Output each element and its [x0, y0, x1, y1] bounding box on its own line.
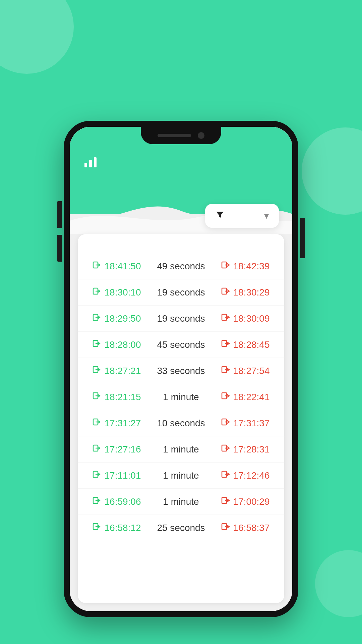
logout-icon-6 — [221, 418, 230, 429]
cell-offline-0: 18:42:39 — [213, 261, 278, 272]
table-row: 18:30:10 19 seconds 18:30:29 — [78, 279, 284, 306]
bg-decoration-circle-bottom — [315, 550, 362, 617]
cell-offline-4: 18:27:54 — [213, 365, 278, 376]
data-table: 18:41:50 49 seconds 18:42:39 18 — [78, 234, 284, 603]
login-icon-2 — [93, 313, 101, 324]
cell-time-4: 33 seconds — [149, 366, 213, 376]
login-icon-1 — [93, 287, 101, 298]
cell-time-1: 19 seconds — [149, 287, 213, 298]
login-icon-10 — [93, 522, 101, 533]
cell-offline-2: 18:30:09 — [213, 313, 278, 324]
filter-chevron-icon: ▾ — [264, 210, 269, 221]
login-icon-8 — [93, 470, 101, 481]
cell-time-7: 1 minute — [149, 444, 213, 455]
online-time-3: 18:28:00 — [105, 339, 141, 350]
login-icon-9 — [93, 496, 101, 507]
online-time-0: 18:41:50 — [105, 261, 141, 272]
bg-decoration-circle-right — [302, 127, 362, 215]
cell-online-4: 18:27:21 — [84, 365, 149, 376]
cell-online-5: 18:21:15 — [84, 391, 149, 402]
phone-volume-button-1 — [57, 201, 62, 228]
phone-power-button — [300, 218, 305, 258]
offline-time-6: 17:31:37 — [233, 418, 270, 429]
cell-time-0: 49 seconds — [149, 261, 213, 272]
cell-time-8: 1 minute — [149, 470, 213, 481]
cell-offline-7: 17:28:31 — [213, 444, 278, 455]
cell-online-6: 17:31:27 — [84, 418, 149, 429]
phone-notch — [141, 127, 221, 144]
cell-time-6: 10 seconds — [149, 418, 213, 429]
online-time-2: 18:29:50 — [105, 313, 141, 324]
offline-time-8: 17:12:46 — [233, 470, 270, 481]
table-row: 18:28:00 45 seconds 18:28:45 — [78, 332, 284, 358]
logout-icon-1 — [221, 287, 230, 298]
cell-offline-6: 17:31:37 — [213, 418, 278, 429]
logout-icon-3 — [221, 339, 230, 350]
filter-dropdown[interactable]: ▾ — [205, 204, 279, 228]
login-icon-0 — [93, 261, 101, 272]
cell-online-2: 18:29:50 — [84, 313, 149, 324]
table-row: 18:29:50 19 seconds 18:30:09 — [78, 306, 284, 332]
logout-icon-9 — [221, 496, 230, 507]
cell-time-10: 25 seconds — [149, 523, 213, 533]
table-body: 18:41:50 49 seconds 18:42:39 18 — [78, 253, 284, 541]
table-row: 16:59:06 1 minute 17:00:29 — [78, 489, 284, 515]
svg-rect-2 — [94, 157, 97, 167]
table-header-row — [78, 234, 284, 253]
logout-icon-7 — [221, 444, 230, 455]
online-time-7: 17:27:16 — [105, 444, 141, 455]
cell-time-5: 1 minute — [149, 392, 213, 402]
table-row: 17:11:01 1 minute 17:12:46 — [78, 463, 284, 489]
cell-offline-8: 17:12:46 — [213, 470, 278, 481]
cell-online-8: 17:11:01 — [84, 470, 149, 481]
login-icon-3 — [93, 339, 101, 350]
cell-time-2: 19 seconds — [149, 313, 213, 324]
offline-time-4: 18:27:54 — [233, 366, 270, 376]
table-row: 18:41:50 49 seconds 18:42:39 — [78, 253, 284, 279]
cell-online-10: 16:58:12 — [84, 522, 149, 533]
phone-frame: ▾ 18:41:50 — [64, 121, 298, 617]
logout-icon-5 — [221, 391, 230, 402]
offline-time-9: 17:00:29 — [233, 496, 270, 507]
logout-icon-0 — [221, 261, 230, 272]
cell-online-3: 18:28:00 — [84, 339, 149, 350]
filter-icon — [215, 210, 225, 222]
cell-time-3: 45 seconds — [149, 339, 213, 350]
logout-icon-8 — [221, 470, 230, 481]
svg-rect-0 — [84, 163, 87, 167]
logout-icon-2 — [221, 313, 230, 324]
offline-time-5: 18:22:41 — [233, 392, 270, 402]
online-time-10: 16:58:12 — [105, 523, 141, 533]
phone-volume-button-2 — [57, 235, 62, 262]
online-time-6: 17:31:27 — [105, 418, 141, 429]
cell-online-9: 16:59:06 — [84, 496, 149, 507]
offline-time-7: 17:28:31 — [233, 444, 270, 455]
table-row: 17:27:16 1 minute 17:28:31 — [78, 436, 284, 463]
cell-offline-10: 16:58:37 — [213, 522, 278, 533]
table-row: 18:27:21 33 seconds 18:27:54 — [78, 358, 284, 384]
phone-mockup: ▾ 18:41:50 — [64, 121, 298, 617]
offline-time-0: 18:42:39 — [233, 261, 270, 272]
table-row: 18:21:15 1 minute 18:22:41 — [78, 384, 284, 410]
logout-icon-4 — [221, 365, 230, 376]
cell-online-1: 18:30:10 — [84, 287, 149, 298]
online-time-5: 18:21:15 — [105, 392, 141, 402]
login-icon-4 — [93, 365, 101, 376]
table-row: 16:58:12 25 seconds 16:58:37 — [78, 515, 284, 541]
phone-screen: ▾ 18:41:50 — [70, 127, 292, 611]
filter-area[interactable]: ▾ — [205, 204, 279, 228]
app-header-icon — [83, 155, 98, 169]
cell-offline-3: 18:28:45 — [213, 339, 278, 350]
cell-offline-1: 18:30:29 — [213, 287, 278, 298]
cell-offline-5: 18:22:41 — [213, 391, 278, 402]
online-time-8: 17:11:01 — [105, 470, 141, 481]
bg-decoration-circle-left — [0, 0, 74, 74]
cell-online-0: 18:41:50 — [84, 261, 149, 272]
logout-icon-10 — [221, 522, 230, 533]
online-time-1: 18:30:10 — [105, 287, 141, 298]
phone-camera — [198, 132, 204, 139]
offline-time-1: 18:30:29 — [233, 287, 270, 298]
cell-time-9: 1 minute — [149, 496, 213, 507]
offline-time-2: 18:30:09 — [233, 313, 270, 324]
app-header — [70, 147, 292, 177]
